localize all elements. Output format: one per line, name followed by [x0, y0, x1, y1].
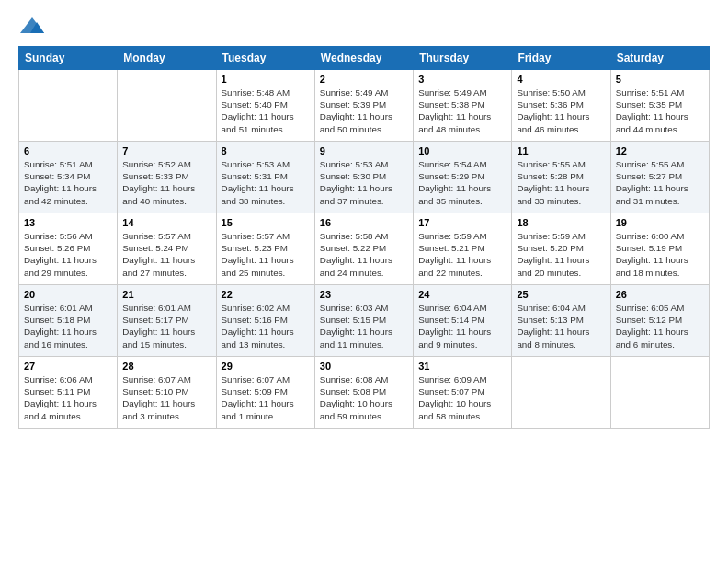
day-number: 21 [122, 289, 210, 300]
day-info: Sunrise: 5:54 AM Sunset: 5:29 PM Dayligh… [418, 158, 506, 207]
table-row: 22Sunrise: 6:02 AM Sunset: 5:16 PM Dayli… [216, 285, 314, 357]
col-sunday: Sunday [19, 47, 118, 70]
day-number: 31 [418, 361, 506, 372]
day-info: Sunrise: 5:51 AM Sunset: 5:35 PM Dayligh… [616, 86, 704, 135]
day-number: 15 [222, 217, 310, 228]
table-row: 23Sunrise: 6:03 AM Sunset: 5:15 PM Dayli… [314, 285, 413, 357]
page: Sunday Monday Tuesday Wednesday Thursday… [0, 0, 728, 438]
day-number: 14 [122, 217, 210, 228]
day-info: Sunrise: 5:50 AM Sunset: 5:36 PM Dayligh… [517, 86, 605, 135]
day-info: Sunrise: 5:59 AM Sunset: 5:21 PM Dayligh… [418, 230, 506, 279]
day-number: 1 [222, 74, 310, 85]
table-row: 17Sunrise: 5:59 AM Sunset: 5:21 PM Dayli… [414, 213, 512, 285]
day-info: Sunrise: 6:01 AM Sunset: 5:18 PM Dayligh… [24, 302, 112, 350]
calendar-week-5: 27Sunrise: 6:06 AM Sunset: 5:11 PM Dayli… [19, 357, 710, 429]
table-row: 15Sunrise: 5:57 AM Sunset: 5:23 PM Dayli… [216, 213, 314, 285]
day-number: 19 [616, 217, 704, 228]
day-info: Sunrise: 6:05 AM Sunset: 5:12 PM Dayligh… [616, 302, 704, 350]
day-info: Sunrise: 6:06 AM Sunset: 5:11 PM Dayligh… [24, 373, 112, 422]
table-row: 18Sunrise: 5:59 AM Sunset: 5:20 PM Dayli… [512, 213, 610, 285]
day-info: Sunrise: 6:04 AM Sunset: 5:13 PM Dayligh… [517, 302, 605, 350]
day-info: Sunrise: 5:53 AM Sunset: 5:30 PM Dayligh… [320, 158, 408, 207]
day-number: 4 [517, 74, 605, 85]
day-number: 2 [320, 74, 408, 85]
col-saturday: Saturday [610, 47, 709, 70]
table-row [610, 357, 709, 429]
day-info: Sunrise: 6:01 AM Sunset: 5:17 PM Dayligh… [122, 302, 210, 350]
day-number: 9 [320, 145, 408, 156]
day-number: 20 [24, 289, 112, 300]
day-number: 28 [122, 361, 210, 372]
calendar-table: Sunday Monday Tuesday Wednesday Thursday… [18, 46, 710, 429]
day-info: Sunrise: 6:09 AM Sunset: 5:07 PM Dayligh… [418, 373, 506, 422]
col-thursday: Thursday [414, 47, 512, 70]
table-row [118, 70, 216, 142]
day-info: Sunrise: 6:07 AM Sunset: 5:10 PM Dayligh… [122, 373, 210, 422]
day-number: 7 [122, 145, 210, 156]
day-number: 26 [616, 289, 704, 300]
table-row: 4Sunrise: 5:50 AM Sunset: 5:36 PM Daylig… [512, 70, 610, 142]
day-number: 6 [24, 145, 112, 156]
table-row: 29Sunrise: 6:07 AM Sunset: 5:09 PM Dayli… [216, 357, 314, 429]
table-row: 28Sunrise: 6:07 AM Sunset: 5:10 PM Dayli… [118, 357, 216, 429]
table-row: 25Sunrise: 6:04 AM Sunset: 5:13 PM Dayli… [512, 285, 610, 357]
calendar-week-4: 20Sunrise: 6:01 AM Sunset: 5:18 PM Dayli… [19, 285, 710, 357]
day-number: 11 [517, 145, 605, 156]
day-info: Sunrise: 5:48 AM Sunset: 5:40 PM Dayligh… [222, 86, 310, 135]
day-info: Sunrise: 6:07 AM Sunset: 5:09 PM Dayligh… [222, 373, 310, 422]
day-info: Sunrise: 5:49 AM Sunset: 5:39 PM Dayligh… [320, 86, 408, 135]
day-number: 25 [517, 289, 605, 300]
day-number: 22 [222, 289, 310, 300]
day-number: 16 [320, 217, 408, 228]
day-number: 18 [517, 217, 605, 228]
day-number: 13 [24, 217, 112, 228]
calendar-week-2: 6Sunrise: 5:51 AM Sunset: 5:34 PM Daylig… [19, 142, 710, 213]
day-info: Sunrise: 5:59 AM Sunset: 5:20 PM Dayligh… [517, 230, 605, 279]
table-row: 19Sunrise: 6:00 AM Sunset: 5:19 PM Dayli… [610, 213, 709, 285]
calendar-week-3: 13Sunrise: 5:56 AM Sunset: 5:26 PM Dayli… [19, 213, 710, 285]
day-info: Sunrise: 5:58 AM Sunset: 5:22 PM Dayligh… [320, 230, 408, 279]
day-info: Sunrise: 6:08 AM Sunset: 5:08 PM Dayligh… [320, 373, 408, 422]
table-row: 2Sunrise: 5:49 AM Sunset: 5:39 PM Daylig… [314, 70, 413, 142]
day-number: 5 [616, 74, 704, 85]
day-number: 23 [320, 289, 408, 300]
day-info: Sunrise: 5:55 AM Sunset: 5:28 PM Dayligh… [517, 158, 605, 207]
day-info: Sunrise: 6:03 AM Sunset: 5:15 PM Dayligh… [320, 302, 408, 350]
logo [18, 15, 50, 37]
table-row [512, 357, 610, 429]
day-number: 3 [418, 74, 506, 85]
table-row: 26Sunrise: 6:05 AM Sunset: 5:12 PM Dayli… [610, 285, 709, 357]
col-wednesday: Wednesday [314, 47, 413, 70]
table-row: 6Sunrise: 5:51 AM Sunset: 5:34 PM Daylig… [19, 142, 118, 213]
table-row: 31Sunrise: 6:09 AM Sunset: 5:07 PM Dayli… [414, 357, 512, 429]
day-number: 10 [418, 145, 506, 156]
calendar-week-1: 1Sunrise: 5:48 AM Sunset: 5:40 PM Daylig… [19, 70, 710, 142]
table-row: 16Sunrise: 5:58 AM Sunset: 5:22 PM Dayli… [314, 213, 413, 285]
table-row: 12Sunrise: 5:55 AM Sunset: 5:27 PM Dayli… [610, 142, 709, 213]
table-row: 9Sunrise: 5:53 AM Sunset: 5:30 PM Daylig… [314, 142, 413, 213]
day-info: Sunrise: 6:02 AM Sunset: 5:16 PM Dayligh… [222, 302, 310, 350]
table-row: 21Sunrise: 6:01 AM Sunset: 5:17 PM Dayli… [118, 285, 216, 357]
day-info: Sunrise: 6:04 AM Sunset: 5:14 PM Dayligh… [418, 302, 506, 350]
day-info: Sunrise: 5:53 AM Sunset: 5:31 PM Dayligh… [222, 158, 310, 207]
col-friday: Friday [512, 47, 610, 70]
day-info: Sunrise: 5:55 AM Sunset: 5:27 PM Dayligh… [616, 158, 704, 207]
table-row: 13Sunrise: 5:56 AM Sunset: 5:26 PM Dayli… [19, 213, 118, 285]
table-row: 20Sunrise: 6:01 AM Sunset: 5:18 PM Dayli… [19, 285, 118, 357]
logo-icon [18, 15, 46, 37]
calendar-header-row: Sunday Monday Tuesday Wednesday Thursday… [19, 47, 710, 70]
day-number: 17 [418, 217, 506, 228]
day-info: Sunrise: 5:51 AM Sunset: 5:34 PM Dayligh… [24, 158, 112, 207]
day-number: 27 [24, 361, 112, 372]
day-info: Sunrise: 6:00 AM Sunset: 5:19 PM Dayligh… [616, 230, 704, 279]
table-row: 24Sunrise: 6:04 AM Sunset: 5:14 PM Dayli… [414, 285, 512, 357]
table-row: 11Sunrise: 5:55 AM Sunset: 5:28 PM Dayli… [512, 142, 610, 213]
day-info: Sunrise: 5:57 AM Sunset: 5:23 PM Dayligh… [222, 230, 310, 279]
col-tuesday: Tuesday [216, 47, 314, 70]
day-number: 30 [320, 361, 408, 372]
day-number: 29 [222, 361, 310, 372]
day-number: 24 [418, 289, 506, 300]
table-row: 3Sunrise: 5:49 AM Sunset: 5:38 PM Daylig… [414, 70, 512, 142]
day-info: Sunrise: 5:56 AM Sunset: 5:26 PM Dayligh… [24, 230, 112, 279]
table-row: 30Sunrise: 6:08 AM Sunset: 5:08 PM Dayli… [314, 357, 413, 429]
